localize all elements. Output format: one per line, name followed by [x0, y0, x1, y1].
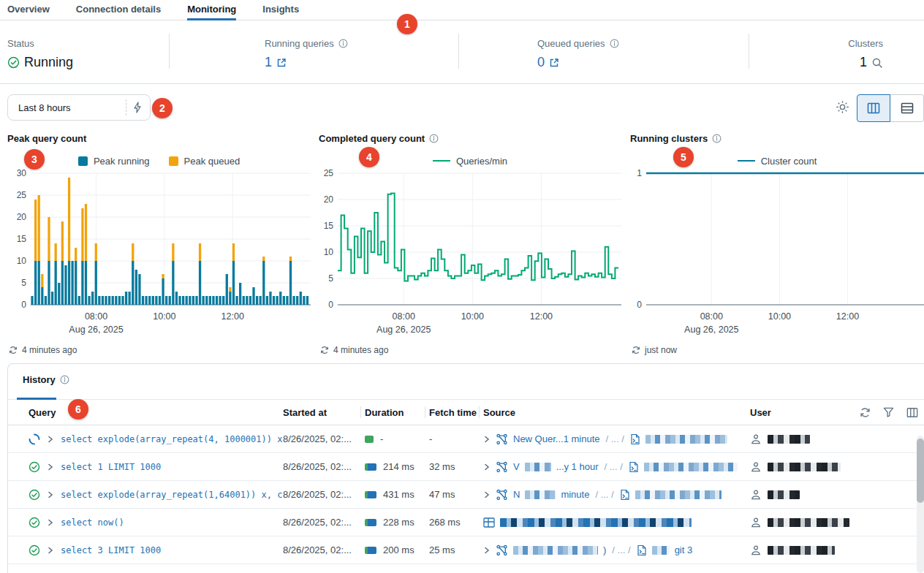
view-toggle-group: [857, 94, 924, 122]
magnifier-icon[interactable]: [871, 57, 883, 69]
column-header-fetch-time[interactable]: Fetch time: [429, 400, 483, 425]
annotation-badge-5: 5: [673, 147, 694, 167]
redacted-text: [525, 463, 551, 471]
tab-history[interactable]: History: [23, 374, 69, 385]
query-cell: select explode(array_repeat(1,64001)) x,…: [29, 489, 283, 501]
column-header-user[interactable]: User: [750, 400, 860, 425]
lightning-icon[interactable]: [132, 102, 150, 113]
columns-view-button[interactable]: [857, 94, 890, 122]
query-cell: select now(): [29, 517, 283, 528]
queued-queries-label: Queued queries: [537, 38, 605, 49]
tab-overview[interactable]: Overview: [7, 1, 50, 20]
table-row[interactable]: select 3 LIMIT 10008/26/2025, 02:...200 …: [8, 536, 924, 564]
success-icon: [29, 489, 40, 501]
svg-text:30: 30: [17, 168, 27, 178]
legend-item[interactable]: Cluster count: [738, 156, 817, 167]
query-text[interactable]: select explode(array_repeat(1,64001)) x,…: [61, 490, 283, 500]
chart-refresh-status[interactable]: 4 minutes ago: [319, 345, 621, 355]
table-row[interactable]: select explode(array_repeat(1,64001)) x,…: [8, 481, 924, 509]
info-icon[interactable]: [610, 39, 619, 48]
clusters-label: Clusters: [848, 38, 883, 49]
chart-refresh-status[interactable]: just now: [630, 345, 924, 355]
info-icon[interactable]: [429, 134, 439, 143]
column-header-started-at[interactable]: Started at: [283, 400, 365, 425]
user-cell: [750, 489, 860, 501]
scrollbar-thumb[interactable]: [917, 439, 924, 503]
tab-insights[interactable]: Insights: [262, 1, 299, 20]
query-text[interactable]: select 1 LIMIT 1000: [61, 462, 161, 472]
svg-text:Aug 26, 2025: Aug 26, 2025: [684, 325, 738, 335]
workflow-icon: [496, 433, 508, 445]
svg-text:12:00: 12:00: [221, 311, 244, 322]
refresh-time: 4 minutes ago: [22, 345, 77, 355]
info-icon[interactable]: [60, 375, 69, 384]
source-link[interactable]: V: [513, 461, 520, 472]
fetch-time-cell: -: [429, 433, 483, 444]
source-link[interactable]: minute: [561, 489, 589, 500]
legend-item[interactable]: Peak queued: [169, 156, 241, 167]
source-link[interactable]: ...y 1 hour: [556, 461, 599, 472]
expand-chevron-icon[interactable]: [47, 547, 54, 554]
columns-view-icon: [867, 102, 880, 114]
columns-icon[interactable]: [906, 407, 918, 418]
tab-monitoring[interactable]: Monitoring: [187, 1, 236, 20]
history-tabs: History: [8, 364, 924, 400]
info-icon[interactable]: [712, 134, 722, 143]
expand-chevron-icon[interactable]: [483, 491, 491, 498]
source-link[interactable]: N: [513, 489, 520, 500]
legend-label: Peak running: [94, 156, 150, 167]
query-text[interactable]: select 3 LIMIT 1000: [61, 545, 161, 555]
chart-title: Running clusters: [630, 133, 924, 144]
started-at-cell: 8/26/2025, 02:...: [283, 517, 365, 528]
refresh-icon[interactable]: [860, 407, 871, 418]
query-text[interactable]: select now(): [61, 517, 124, 528]
running-queries-link[interactable]: 1: [265, 55, 459, 70]
table-row[interactable]: select 1 LIMIT 10008/26/2025, 02:...214 …: [8, 453, 924, 481]
scrollbar-track[interactable]: [917, 436, 924, 573]
source-cell: New Quer...1 minute/ ... /: [483, 433, 750, 445]
svg-text:10:00: 10:00: [153, 311, 175, 322]
column-header-query[interactable]: Query: [29, 400, 283, 425]
page-tabbar: OverviewConnection detailsMonitoringInsi…: [0, 0, 924, 20]
legend-item[interactable]: Queries/min: [433, 156, 507, 167]
svg-text:25: 25: [324, 168, 334, 178]
filter-icon[interactable]: [883, 407, 894, 417]
expand-chevron-icon[interactable]: [483, 436, 491, 443]
time-range-value: Last 8 hours: [8, 102, 126, 113]
duration-cell: 200 ms: [365, 544, 429, 555]
redacted-text: [768, 546, 835, 555]
query-text[interactable]: select explode(array_repeat(4, 1000001))…: [61, 434, 283, 444]
query-cell: select 3 LIMIT 1000: [29, 544, 283, 556]
table-row[interactable]: select now()8/26/2025, 02:...228 ms268 m…: [8, 509, 924, 536]
source-separator: / ... /: [594, 489, 614, 500]
column-header-duration[interactable]: Duration: [365, 400, 429, 425]
gear-icon[interactable]: [836, 100, 849, 114]
queued-queries-link[interactable]: 0: [537, 55, 749, 70]
expand-chevron-icon[interactable]: [47, 491, 54, 498]
expand-chevron-icon[interactable]: [483, 547, 491, 554]
source-link[interactable]: New Quer...1 minute: [513, 433, 600, 444]
tab-connection-details[interactable]: Connection details: [76, 1, 161, 20]
svg-text:08:00: 08:00: [700, 311, 723, 322]
chart-refresh-status[interactable]: 4 minutes ago: [7, 345, 311, 355]
expand-chevron-icon[interactable]: [47, 436, 54, 443]
time-range-select[interactable]: Last 8 hours: [7, 94, 151, 121]
user-cell: [750, 517, 860, 528]
refresh-icon: [320, 346, 329, 354]
legend-item[interactable]: Peak running: [78, 156, 150, 167]
source-separator: / ... /: [605, 433, 625, 444]
expand-chevron-icon[interactable]: [47, 519, 54, 526]
source-link[interactable]: ): [603, 544, 606, 555]
started-at-cell: 8/26/2025, 02:...: [283, 433, 365, 444]
column-header-source[interactable]: Source: [483, 400, 750, 425]
svg-text:1: 1: [637, 168, 642, 178]
info-icon[interactable]: [338, 39, 348, 48]
rows-view-button[interactable]: [890, 94, 924, 122]
expand-chevron-icon[interactable]: [483, 463, 491, 471]
divider: [126, 99, 126, 115]
query-cell: select explode(array_repeat(4, 1000001))…: [29, 433, 283, 445]
expand-chevron-icon[interactable]: [47, 463, 54, 471]
table-row[interactable]: select explode(array_repeat(4, 1000001))…: [8, 425, 924, 453]
sql-file-icon: [630, 433, 640, 445]
source-link[interactable]: git 3: [675, 544, 693, 555]
